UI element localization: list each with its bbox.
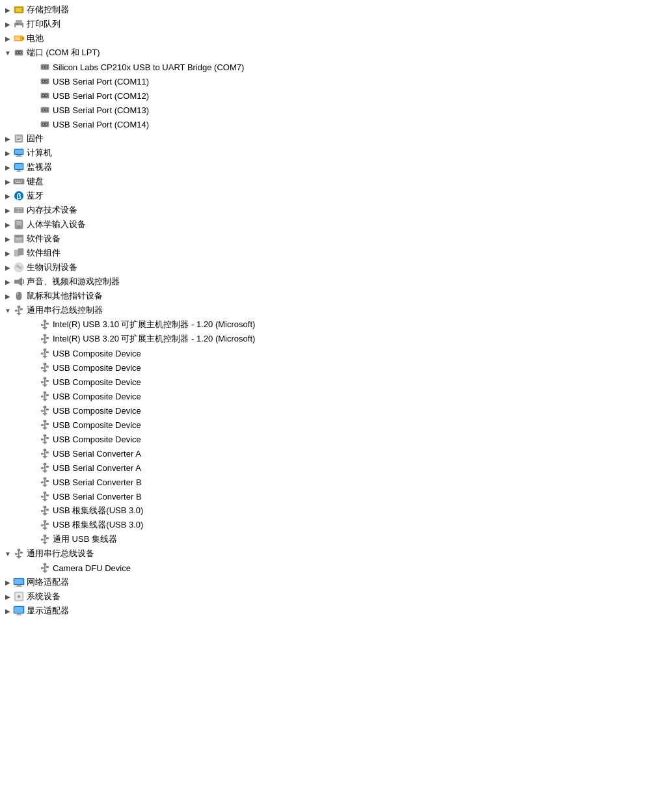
device-label-system: 系统设备: [27, 591, 60, 602]
expander-printer[interactable]: ▶: [3, 19, 13, 29]
device-icon-intel-usb320: [39, 333, 51, 345]
device-icon-usb-hub2: [39, 519, 51, 531]
expander-keyboard[interactable]: ▶: [3, 176, 13, 187]
tree-item-usb-serial-b1[interactable]: USB Serial Converter B: [0, 475, 672, 489]
tree-item-intel-usb320[interactable]: Intel(R) USB 3.20 可扩展主机控制器 - 1.20 (Micro…: [0, 332, 672, 346]
expander-software[interactable]: ▶: [3, 234, 13, 244]
svg-rect-145: [41, 496, 44, 498]
svg-rect-38: [17, 139, 20, 140]
tree-item-software2[interactable]: ▶软件组件: [0, 246, 672, 260]
tree-item-usb-comp3[interactable]: USB Composite Device: [0, 375, 672, 389]
tree-item-port-com12[interactable]: USB Serial Port (COM12): [0, 88, 672, 103]
device-label-network: 网络适配器: [27, 576, 69, 588]
expander-biometric[interactable]: ▶: [3, 262, 13, 273]
tree-item-usb-comp4[interactable]: USB Composite Device: [0, 389, 672, 403]
svg-marker-104: [42, 384, 47, 387]
expander-usb-controller[interactable]: ▼: [3, 305, 13, 315]
tree-item-sound[interactable]: ▶声音、视频和游戏控制器: [0, 275, 672, 289]
tree-item-system[interactable]: ▶系统设备: [0, 589, 672, 604]
svg-rect-155: [41, 524, 44, 526]
expander-computer[interactable]: ▶: [3, 148, 13, 158]
svg-rect-127: [44, 449, 46, 451]
device-label-usb-generic: 通用 USB 集线器: [53, 533, 117, 545]
svg-rect-128: [44, 451, 46, 456]
tree-item-usb-serial-b2[interactable]: USB Serial Converter B: [0, 489, 672, 503]
device-icon-usb-comp3: [39, 376, 51, 388]
tree-item-port-com14[interactable]: USB Serial Port (COM14): [0, 117, 672, 131]
device-label-bluetooth: 蓝牙: [27, 190, 44, 202]
tree-item-keyboard[interactable]: ▶键盘: [0, 174, 672, 189]
expander-firmware[interactable]: ▶: [3, 133, 13, 144]
svg-marker-119: [42, 427, 47, 430]
svg-rect-130: [41, 453, 44, 455]
device-label-firmware: 固件: [27, 133, 44, 144]
tree-item-display[interactable]: ▶显示适配器: [0, 604, 672, 618]
svg-rect-160: [41, 539, 44, 541]
svg-rect-48: [15, 180, 16, 181]
tree-item-port-com11[interactable]: USB Serial Port (COM11): [0, 74, 672, 88]
svg-rect-158: [44, 537, 46, 542]
svg-rect-9: [15, 36, 20, 40]
expander-software2[interactable]: ▶: [3, 248, 13, 258]
tree-item-software[interactable]: ▶软件设备: [0, 232, 672, 246]
tree-item-network[interactable]: ▶网络适配器: [0, 575, 672, 589]
tree-item-hid[interactable]: ▶人体学输入设备: [0, 217, 672, 232]
device-icon-usb-comp6: [39, 419, 51, 431]
svg-rect-37: [17, 138, 21, 139]
tree-item-monitor[interactable]: ▶监视器: [0, 160, 672, 174]
device-icon-usb-comp2: [39, 362, 51, 373]
tree-item-memory[interactable]: ▶内存技术设备: [0, 203, 672, 217]
tree-item-usb-comp5[interactable]: USB Composite Device: [0, 403, 672, 418]
tree-item-firmware[interactable]: ▶固件: [0, 131, 672, 146]
tree-item-intel-usb310[interactable]: Intel(R) USB 3.10 可扩展主机控制器 - 1.20 (Micro…: [0, 317, 672, 332]
tree-item-usb-serial-a2[interactable]: USB Serial Converter A: [0, 461, 672, 475]
tree-item-usb-hub2[interactable]: USB 根集线器(USB 3.0): [0, 518, 672, 532]
tree-item-usb-generic[interactable]: 通用 USB 集线器: [0, 532, 672, 546]
expander-bluetooth[interactable]: ▶: [3, 191, 13, 201]
tree-item-camera-dfu[interactable]: Camera DFU Device: [0, 561, 672, 575]
device-icon-computer: [13, 147, 25, 159]
device-label-keyboard: 键盘: [27, 176, 44, 187]
tree-item-computer[interactable]: ▶计算机: [0, 146, 672, 160]
tree-item-usb-comp7[interactable]: USB Composite Device: [0, 432, 672, 446]
svg-rect-170: [41, 567, 44, 569]
svg-rect-151: [46, 509, 49, 511]
expander-mouse[interactable]: ▶: [3, 291, 13, 301]
tree-item-usb-comp2[interactable]: USB Composite Device: [0, 360, 672, 375]
tree-item-usb-comp6[interactable]: USB Composite Device: [0, 418, 672, 432]
expander-usb-device[interactable]: ▼: [3, 548, 13, 559]
tree-item-usb-device[interactable]: ▼通用串行总线设备: [0, 546, 672, 561]
expander-ports[interactable]: ▼: [3, 47, 13, 58]
tree-item-printer[interactable]: ▶打印队列: [0, 17, 672, 31]
tree-item-port-silicon[interactable]: Silicon Labs CP210x USB to UART Bridge (…: [0, 60, 672, 74]
expander-sound[interactable]: ▶: [3, 276, 13, 287]
expander-network[interactable]: ▶: [3, 577, 13, 587]
svg-rect-88: [44, 336, 46, 342]
tree-item-usb-serial-a1[interactable]: USB Serial Converter A: [0, 446, 672, 461]
tree-item-biometric[interactable]: ▶生物识别设备: [0, 260, 672, 275]
svg-rect-136: [46, 466, 49, 468]
tree-item-usb-comp1[interactable]: USB Composite Device: [0, 346, 672, 360]
tree-item-ports[interactable]: ▼端口 (COM 和 LPT): [0, 46, 672, 60]
expander-storage[interactable]: ▶: [3, 5, 13, 15]
svg-rect-156: [46, 523, 49, 525]
svg-rect-147: [44, 506, 46, 508]
device-icon-software: [13, 233, 25, 245]
svg-rect-113: [44, 408, 46, 413]
device-label-usb-serial-b1: USB Serial Converter B: [53, 477, 142, 487]
expander-hid[interactable]: ▶: [3, 219, 13, 230]
tree-item-mouse[interactable]: ▶鼠标和其他指针设备: [0, 289, 672, 303]
tree-item-usb-controller[interactable]: ▼通用串行总线控制器: [0, 303, 672, 317]
tree-item-usb-hub1[interactable]: USB 根集线器(USB 3.0): [0, 503, 672, 518]
svg-rect-152: [44, 520, 46, 522]
tree-item-bluetooth[interactable]: ▶β蓝牙: [0, 189, 672, 203]
expander-system[interactable]: ▶: [3, 591, 13, 602]
expander-memory[interactable]: ▶: [3, 205, 13, 215]
tree-item-storage[interactable]: ▶存储控制器: [0, 3, 672, 17]
expander-monitor[interactable]: ▶: [3, 162, 13, 172]
expander-display[interactable]: ▶: [3, 606, 13, 616]
svg-rect-60: [21, 209, 22, 211]
tree-item-port-com13[interactable]: USB Serial Port (COM13): [0, 103, 672, 117]
tree-item-battery[interactable]: ▶电池: [0, 31, 672, 46]
expander-battery[interactable]: ▶: [3, 33, 13, 44]
